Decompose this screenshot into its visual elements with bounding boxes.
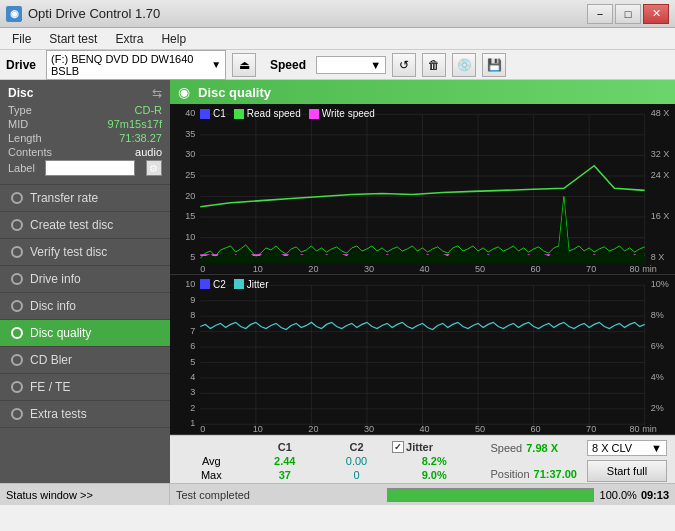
svg-text:20: 20 xyxy=(308,424,318,434)
create-test-disc-label: Create test disc xyxy=(30,218,113,232)
stats-avg-jitter: 8.2% xyxy=(388,454,480,468)
disc-panel-icon[interactable]: ⇆ xyxy=(152,86,162,100)
menu-start-test[interactable]: Start test xyxy=(41,30,105,48)
transfer-rate-icon xyxy=(10,191,24,205)
sidebar: Disc ⇆ Type CD-R MID 97m15s17f Length 71… xyxy=(0,80,170,483)
eject-button[interactable]: ⏏ xyxy=(232,53,256,77)
stats-area: C1 C2 ✓ Jitter Avg 2.44 0.00 xyxy=(170,435,675,483)
chart1-svg: 40 35 30 25 20 15 10 5 48 X 32 X 24 X 16… xyxy=(170,104,675,274)
status-text: Test completed xyxy=(170,489,381,501)
svg-text:10: 10 xyxy=(185,232,195,242)
menu-help[interactable]: Help xyxy=(153,30,194,48)
stats-max-label: Max xyxy=(178,468,245,482)
cd-bler-icon xyxy=(10,353,24,367)
label-gear-button[interactable]: ⚙ xyxy=(146,160,162,176)
disc-mid-row: MID 97m15s17f xyxy=(8,118,162,130)
disc-quality-label: Disc quality xyxy=(30,326,91,340)
disc-length-key: Length xyxy=(8,132,42,144)
disc-label-row: Label ⚙ xyxy=(8,160,162,176)
svg-text:30: 30 xyxy=(185,149,195,159)
sidebar-item-disc-info[interactable]: Disc info xyxy=(0,293,170,320)
status-window-button[interactable]: Status window >> xyxy=(0,484,170,505)
fe-te-icon xyxy=(10,380,24,394)
position-key: Position xyxy=(490,468,529,480)
sidebar-item-extra-tests[interactable]: Extra tests xyxy=(0,401,170,428)
charts-area: C1 Read speed Write speed xyxy=(170,104,675,435)
menu-file[interactable]: File xyxy=(4,30,39,48)
maximize-button[interactable]: □ xyxy=(615,4,641,24)
drive-combo[interactable]: (F:) BENQ DVD DD DW1640 BSLB ▼ xyxy=(46,50,226,80)
legend-write-box xyxy=(309,109,319,119)
stats-avg-label: Avg xyxy=(178,454,245,468)
sidebar-item-disc-quality[interactable]: Disc quality xyxy=(0,320,170,347)
legend-c2: C2 xyxy=(200,279,226,290)
svg-text:7: 7 xyxy=(190,325,195,335)
svg-text:50: 50 xyxy=(475,264,485,274)
legend-jitter-label: Jitter xyxy=(247,279,269,290)
stats-avg-c1: 2.44 xyxy=(245,454,325,468)
app-icon: ◉ xyxy=(6,6,22,22)
disc-contents-row: Contents audio xyxy=(8,146,162,158)
svg-text:6%: 6% xyxy=(651,341,664,351)
verify-test-disc-label: Verify test disc xyxy=(30,245,107,259)
sidebar-item-verify-test-disc[interactable]: Verify test disc xyxy=(0,239,170,266)
start-full-button[interactable]: Start full xyxy=(587,460,667,482)
sidebar-item-drive-info[interactable]: Drive info xyxy=(0,266,170,293)
stats-table: C1 C2 ✓ Jitter Avg 2.44 0.00 xyxy=(178,440,480,483)
svg-text:4: 4 xyxy=(190,372,195,382)
legend-c1-label: C1 xyxy=(213,108,226,119)
menu-extra[interactable]: Extra xyxy=(107,30,151,48)
refresh-button[interactable]: ↺ xyxy=(392,53,416,77)
disc-panel-title: Disc xyxy=(8,86,33,100)
speed-row: Speed 7.98 X xyxy=(490,442,577,454)
speed-combo[interactable]: ▼ xyxy=(316,56,386,74)
disc-info-label: Disc info xyxy=(30,299,76,313)
stats-total-jitter xyxy=(388,482,480,483)
disc-panel: Disc ⇆ Type CD-R MID 97m15s17f Length 71… xyxy=(0,80,170,185)
stats-row-avg: Avg 2.44 0.00 8.2% xyxy=(178,454,480,468)
sidebar-nav: Transfer rate Create test disc Verify te… xyxy=(0,185,170,483)
disc-label-input[interactable] xyxy=(45,160,135,176)
close-button[interactable]: ✕ xyxy=(643,4,669,24)
position-val: 71:37.00 xyxy=(534,468,577,480)
svg-text:32 X: 32 X xyxy=(651,149,670,159)
sidebar-item-transfer-rate[interactable]: Transfer rate xyxy=(0,185,170,212)
legend-c1: C1 xyxy=(200,108,226,119)
sidebar-item-fe-te[interactable]: FE / TE xyxy=(0,374,170,401)
burn-button[interactable]: 💿 xyxy=(452,53,476,77)
chart2-legend: C2 Jitter xyxy=(200,279,268,290)
svg-text:2%: 2% xyxy=(651,402,664,412)
svg-text:6: 6 xyxy=(190,341,195,351)
menu-bar: File Start test Extra Help xyxy=(0,28,675,50)
svg-text:10: 10 xyxy=(185,279,195,289)
disc-type-key: Type xyxy=(8,104,32,116)
extra-tests-label: Extra tests xyxy=(30,407,87,421)
save-button[interactable]: 💾 xyxy=(482,53,506,77)
sidebar-item-create-test-disc[interactable]: Create test disc xyxy=(0,212,170,239)
clv-value: 8 X CLV xyxy=(592,442,632,454)
svg-text:30: 30 xyxy=(364,264,374,274)
stats-header-empty xyxy=(178,440,245,454)
status-window-label: Status window >> xyxy=(6,489,93,501)
progress-bar-fill xyxy=(388,489,593,501)
legend-write-label: Write speed xyxy=(322,108,375,119)
erase-button[interactable]: 🗑 xyxy=(422,53,446,77)
app-title: Opti Drive Control 1.70 xyxy=(28,6,160,21)
svg-text:8%: 8% xyxy=(651,310,664,320)
disc-info-icon xyxy=(10,299,24,313)
disc-quality-header-icon: ◉ xyxy=(178,84,190,100)
status-time: 09:13 xyxy=(641,489,669,501)
create-test-disc-icon xyxy=(10,218,24,232)
legend-c1-box xyxy=(200,109,210,119)
disc-contents-val: audio xyxy=(135,146,162,158)
extra-tests-icon xyxy=(10,407,24,421)
disc-mid-key: MID xyxy=(8,118,28,130)
jitter-checkbox[interactable]: ✓ xyxy=(392,441,404,453)
clv-combo[interactable]: 8 X CLV ▼ xyxy=(587,440,667,456)
disc-quality-header: ◉ Disc quality xyxy=(170,80,675,104)
drive-info-icon xyxy=(10,272,24,286)
minimize-button[interactable]: − xyxy=(587,4,613,24)
svg-text:8: 8 xyxy=(190,310,195,320)
sidebar-item-cd-bler[interactable]: CD Bler xyxy=(0,347,170,374)
stats-header-c1: C1 xyxy=(245,440,325,454)
